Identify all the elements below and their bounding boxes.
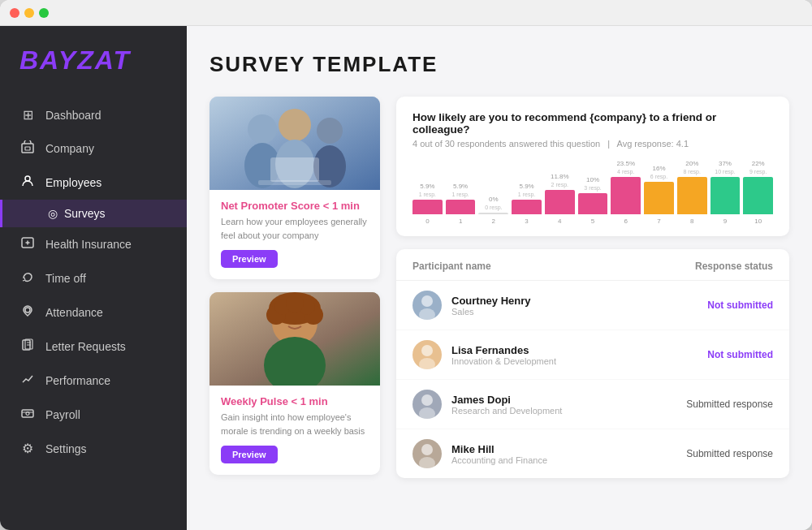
- bar-label-8: 8: [690, 218, 693, 225]
- employees-icon: [19, 175, 36, 191]
- bar-label-6: 6: [624, 218, 628, 225]
- svg-point-35: [419, 407, 435, 419]
- sidebar-item-payroll[interactable]: Payroll: [0, 398, 187, 432]
- avatar: [412, 340, 442, 369]
- nps-card-desc: Learn how your employees generally feel …: [221, 215, 369, 242]
- performance-icon: [19, 373, 36, 389]
- bar-2: [478, 213, 508, 214]
- svg-point-36: [421, 444, 433, 455]
- minimize-button[interactable]: [24, 8, 34, 18]
- bar-pct-2: 0%: [489, 196, 499, 203]
- participants-list: Courtney HenrySalesNot submittedLisa Fer…: [396, 281, 789, 478]
- bar-col-3: 5.9%1 resp.3: [512, 160, 542, 225]
- sidebar-item-employees[interactable]: Employees: [0, 166, 187, 200]
- bar-label-5: 5: [591, 218, 594, 225]
- titlebar: [0, 0, 812, 26]
- bar-col-7: 16%6 resp.7: [644, 160, 674, 225]
- sidebar-item-surveys[interactable]: ◎ Surveys: [0, 200, 187, 227]
- bar-pct-8: 20%: [685, 160, 698, 167]
- app-window: BAYZAT ⊞ Dashboard Company: [0, 0, 812, 530]
- bar-pct-7: 16%: [653, 165, 666, 172]
- weekly-pulse-card-image: [209, 292, 380, 386]
- sidebar-item-company[interactable]: Company: [0, 131, 187, 166]
- participants-header: Participant name Response status: [396, 249, 789, 281]
- bar-pct-1: 5.9%: [453, 183, 468, 190]
- bar-pct-5: 10%: [586, 176, 599, 183]
- svg-point-28: [286, 295, 304, 312]
- close-button[interactable]: [10, 8, 19, 18]
- svg-point-13: [248, 114, 277, 144]
- sidebar-item-letter-requests[interactable]: Letter Requests: [0, 330, 187, 364]
- svg-point-4: [25, 308, 30, 312]
- bar-4: [545, 190, 575, 214]
- surveys-icon: ◎: [48, 207, 58, 220]
- traffic-lights: [10, 8, 49, 18]
- bar-1: [446, 200, 476, 214]
- bar-label-4: 4: [558, 218, 561, 225]
- bar-pct-3: 5.9%: [519, 183, 533, 190]
- svg-point-31: [419, 308, 435, 320]
- participant-name: Lisa Fernandes: [451, 344, 556, 356]
- nps-preview-button[interactable]: Preview: [221, 250, 278, 268]
- bar-col-0: 5.9%1 resp.0: [412, 160, 443, 225]
- bar-label-10: 10: [754, 218, 762, 225]
- maximize-button[interactable]: [39, 8, 49, 18]
- participant-status: Submitted response: [593, 399, 773, 410]
- participant-info: James DopiResearch and Development: [451, 394, 562, 416]
- participant-name-header: Participant name: [412, 261, 593, 272]
- participant-left: Mike HillAccounting and Finance: [412, 439, 593, 468]
- sidebar-item-time-off[interactable]: Time off: [0, 261, 187, 295]
- participant-left: Lisa FernandesInnovation & Development: [412, 340, 593, 369]
- bar-col-9: 37%10 resp.9: [710, 160, 741, 225]
- company-icon: [19, 140, 36, 157]
- participant-dept: Accounting and Finance: [451, 455, 547, 465]
- avatar: [412, 390, 442, 419]
- content-grid: Net Promoter Score < 1 min Learn how you…: [209, 97, 789, 478]
- sidebar-item-dashboard[interactable]: ⊞ Dashboard: [0, 98, 187, 131]
- page-title: SURVEY TEMPLATE: [209, 52, 789, 77]
- sidebar-item-performance[interactable]: Performance: [0, 364, 187, 398]
- chart-card: How likely are you to recommend {company…: [396, 97, 789, 236]
- participant-row: James DopiResearch and DevelopmentSubmit…: [396, 380, 789, 429]
- bar-9: [710, 177, 741, 214]
- sidebar-item-settings[interactable]: ⚙ Settings: [0, 432, 187, 465]
- participant-info: Courtney HenrySales: [451, 295, 531, 317]
- bar-resp-2: 0 resp.: [485, 205, 502, 210]
- sidebar-item-attendance[interactable]: Attendance: [0, 295, 187, 330]
- svg-point-30: [421, 295, 433, 307]
- weekly-pulse-preview-button[interactable]: Preview: [221, 446, 278, 463]
- sidebar-item-health-insurance[interactable]: Health Insurance: [0, 227, 187, 261]
- bar-col-10: 22%9 resp.10: [743, 160, 773, 225]
- participant-row: Mike HillAccounting and FinanceSubmitted…: [396, 429, 789, 478]
- settings-icon: ⚙: [19, 441, 36, 456]
- participant-info: Mike HillAccounting and Finance: [451, 443, 547, 465]
- participant-name: Courtney Henry: [451, 295, 531, 307]
- bar-resp-4: 2 resp.: [551, 182, 568, 187]
- app-body: BAYZAT ⊞ Dashboard Company: [0, 26, 812, 530]
- bar-6: [611, 177, 641, 214]
- sidebar: BAYZAT ⊞ Dashboard Company: [0, 26, 187, 530]
- bar-col-1: 5.9%1 resp.1: [446, 160, 476, 225]
- participant-status: Submitted response: [593, 448, 773, 459]
- participant-status: Not submitted: [593, 349, 773, 360]
- participant-status: Not submitted: [593, 299, 773, 311]
- bar-col-6: 23.5%4 resp.6: [611, 160, 641, 225]
- weekly-pulse-card-title: Weekly Pulse < 1 min: [221, 395, 369, 407]
- participant-row: Lisa FernandesInnovation & DevelopmentNo…: [396, 330, 789, 380]
- participant-left: Courtney HenrySales: [412, 291, 593, 320]
- svg-rect-20: [258, 180, 331, 185]
- bar-col-2: 0%0 resp.2: [478, 160, 508, 225]
- bar-resp-9: 10 resp.: [715, 169, 735, 175]
- bar-8: [677, 177, 707, 214]
- svg-point-2: [25, 176, 30, 181]
- participant-info: Lisa FernandesInnovation & Development: [451, 344, 556, 366]
- svg-rect-6: [25, 339, 32, 349]
- bar-pct-9: 37%: [719, 160, 732, 167]
- bar-resp-6: 4 resp.: [617, 169, 634, 175]
- svg-point-17: [317, 118, 343, 144]
- bar-pct-0: 5.9%: [420, 183, 434, 190]
- svg-rect-9: [22, 410, 33, 417]
- bar-label-3: 3: [525, 218, 528, 225]
- svg-point-34: [421, 394, 433, 406]
- bar-resp-7: 6 resp.: [650, 174, 667, 179]
